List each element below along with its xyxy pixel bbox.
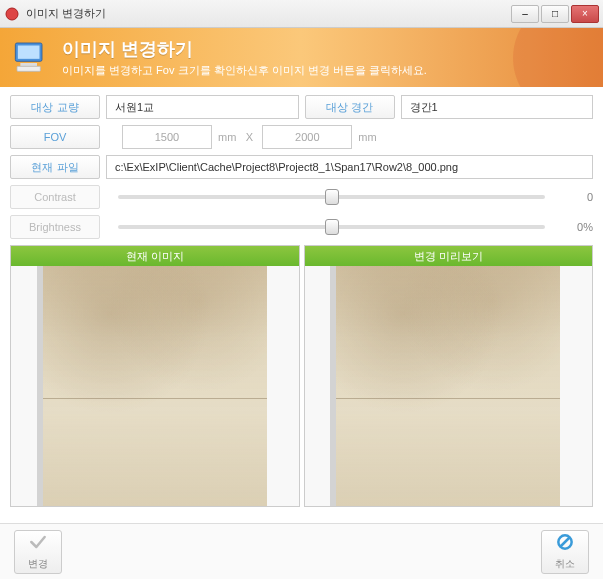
preview-area: 현재 이미지 변경 미리보기 — [10, 245, 593, 507]
current-image — [43, 266, 267, 506]
brightness-label: Brightness — [10, 215, 100, 239]
minimize-button[interactable]: – — [511, 5, 539, 23]
cancel-button[interactable]: 취소 — [541, 530, 589, 574]
fov-label: FOV — [10, 125, 100, 149]
window-controls: – □ × — [511, 5, 599, 23]
current-file-input[interactable] — [106, 155, 593, 179]
changed-image-panel: 변경 미리보기 — [304, 245, 594, 507]
changed-image-title: 변경 미리보기 — [305, 246, 593, 266]
brightness-slider[interactable] — [118, 225, 545, 229]
footer: 변경 취소 — [0, 523, 603, 579]
contrast-slider[interactable] — [118, 195, 545, 199]
apply-button[interactable]: 변경 — [14, 530, 62, 574]
header-title: 이미지 변경하기 — [62, 37, 427, 61]
apply-label: 변경 — [28, 557, 48, 571]
brightness-value: 0% — [563, 221, 593, 233]
current-file-label: 현재 파일 — [10, 155, 100, 179]
svg-rect-3 — [20, 63, 37, 66]
cancel-icon — [555, 532, 575, 556]
contrast-value: 0 — [563, 191, 593, 203]
window-title: 이미지 변경하기 — [26, 6, 511, 21]
current-image-title: 현재 이미지 — [11, 246, 299, 266]
target-span-label: 대상 경간 — [305, 95, 395, 119]
target-span-input[interactable] — [401, 95, 594, 119]
target-bridge-input[interactable] — [106, 95, 299, 119]
unit-mm-1: mm — [218, 131, 236, 143]
contrast-label: Contrast — [10, 185, 100, 209]
header-banner: 이미지 변경하기 이미지를 변경하고 Fov 크기를 확인하신후 이미지 변경 … — [0, 28, 603, 87]
app-icon — [4, 6, 20, 22]
close-button[interactable]: × — [571, 5, 599, 23]
changed-image-body — [305, 266, 593, 506]
content-area: 대상 교량 대상 경간 FOV mm X mm 현재 파일 Contrast 0… — [0, 87, 603, 515]
target-bridge-label: 대상 교량 — [10, 95, 100, 119]
fov-height-input[interactable] — [262, 125, 352, 149]
svg-rect-4 — [17, 66, 40, 71]
cancel-label: 취소 — [555, 557, 575, 571]
header-subtitle: 이미지를 변경하고 Fov 크기를 확인하신후 이미지 변경 버튼을 클릭하세요… — [62, 63, 427, 78]
current-image-body — [11, 266, 299, 506]
maximize-button[interactable]: □ — [541, 5, 569, 23]
fov-width-input[interactable] — [122, 125, 212, 149]
svg-line-6 — [560, 537, 570, 547]
svg-point-0 — [6, 8, 18, 20]
titlebar: 이미지 변경하기 – □ × — [0, 0, 603, 28]
check-icon — [28, 532, 48, 556]
unit-mm-2: mm — [358, 131, 376, 143]
svg-rect-2 — [18, 45, 40, 58]
changed-image — [336, 266, 560, 506]
x-separator: X — [242, 131, 256, 143]
current-image-panel: 현재 이미지 — [10, 245, 300, 507]
computer-icon — [12, 38, 52, 78]
